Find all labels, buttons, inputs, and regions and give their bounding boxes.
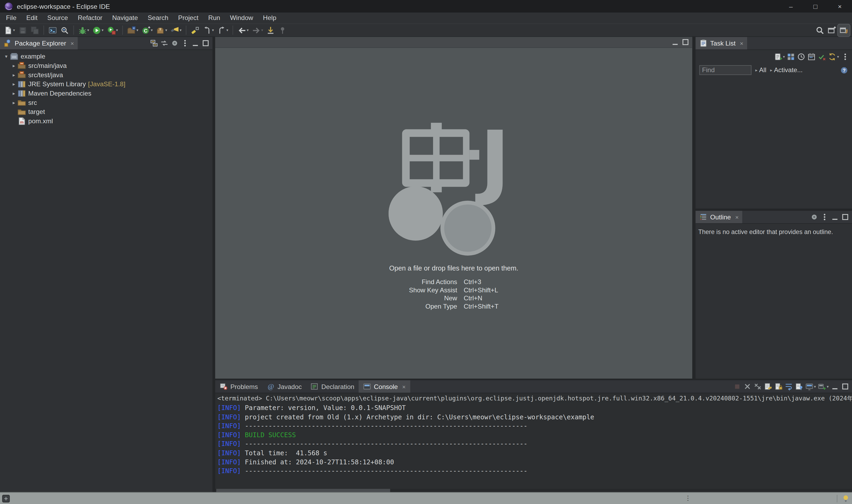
task-scope-all-button[interactable]: ▸ All [755,66,766,74]
maximize-button[interactable] [840,380,850,393]
scrollbar-thumb[interactable] [216,489,390,492]
pin-console-button[interactable] [794,380,804,393]
clear-console-button[interactable] [763,380,773,393]
tree-item-example[interactable]: ▾example [0,52,213,61]
view-menu-button[interactable] [180,37,190,49]
categorized-button[interactable] [786,51,796,62]
pin-editor-button[interactable] [277,24,289,36]
task-find-input[interactable] [699,65,751,75]
close-view-icon[interactable]: × [71,40,74,46]
minimize-button[interactable] [830,211,840,223]
remove-all-terminated-button[interactable] [753,380,763,393]
editor-empty-area[interactable]: J Open a file or drop files here to open… [215,48,692,379]
window-close-button[interactable]: × [828,0,852,13]
open-perspective-button[interactable] [826,24,838,36]
mark-occurrences-button[interactable] [189,24,201,36]
maximize-button[interactable] [680,36,691,48]
scroll-lock-button[interactable] [773,380,784,393]
task-activate-button[interactable]: ▸ Activate... [770,66,803,74]
expand-arrow-icon[interactable]: ▸ [11,81,18,87]
synchronize-button[interactable]: ▾ [827,51,840,62]
remove-launch-button[interactable] [742,380,753,393]
tab-declaration[interactable]: Declaration [306,380,358,393]
collapse-all-button[interactable] [149,37,159,49]
tree-item-target[interactable]: target [0,107,213,116]
notifications-icon[interactable] [841,494,850,503]
console-hscrollbar[interactable] [215,489,852,492]
menu-help[interactable]: Help [258,13,281,23]
minimize-button[interactable] [830,380,840,393]
tab-problems[interactable]: Problems [215,380,262,393]
minimize-button[interactable] [190,37,200,49]
previous-annotation-button[interactable]: ▾ [201,24,215,36]
hide-completed-button[interactable] [817,51,827,62]
expand-arrow-icon[interactable]: ▸ [11,91,18,96]
menu-run[interactable]: Run [203,13,225,23]
new-package-button[interactable]: ▾ [155,24,169,36]
run-button[interactable]: ▾ [91,24,105,36]
new-java-class-button[interactable]: C▾ [140,24,155,36]
help-icon[interactable]: ? [840,66,848,74]
collapse-arrow-icon[interactable]: ▾ [3,54,10,59]
maximize-button[interactable] [200,37,211,49]
status-overflow-icon[interactable]: ⋮ [685,494,691,502]
new-java-project-button[interactable]: ▾ [125,24,140,36]
menu-search[interactable]: Search [143,13,173,23]
tree-item-pom-xml[interactable]: mpom.xml [0,116,213,126]
menu-window[interactable]: Window [225,13,258,23]
tree-item-src[interactable]: ▸src [0,98,213,107]
outline-tab[interactable]: Outline × [695,211,742,223]
restore-trim-icon[interactable] [2,494,11,503]
focus-button[interactable] [809,211,819,223]
view-menu-button[interactable] [819,211,830,223]
save-button[interactable] [17,24,29,36]
menu-project[interactable]: Project [173,13,203,23]
tree-item-src-main-java[interactable]: ▸src/main/java [0,61,213,70]
new-task-button[interactable]: ▾ [773,51,786,62]
open-type-button[interactable] [58,24,70,36]
java-perspective-button[interactable]: J [838,24,850,36]
expand-arrow-icon[interactable]: ▸ [11,100,18,105]
minimize-button[interactable] [670,36,680,48]
focus-button[interactable] [170,37,180,49]
tree-item-maven-dependencies[interactable]: ▸Maven Dependencies [0,89,213,98]
window-minimize-button[interactable]: – [779,0,803,13]
word-wrap-button[interactable] [784,380,794,393]
external-tools-button[interactable]: ▾ [105,24,120,36]
search-button[interactable] [814,24,826,36]
console-output[interactable]: [INFO] Parameter: version, Value: 0.0.1-… [215,402,852,489]
package-explorer-tab[interactable]: Package Explorer × [0,37,78,50]
forward-button[interactable]: ▾ [250,24,265,36]
menu-file[interactable]: File [1,13,21,23]
close-view-icon[interactable]: × [740,40,743,46]
calendar-button[interactable] [807,51,817,62]
save-all-button[interactable] [29,24,40,36]
menu-source[interactable]: Source [42,13,73,23]
tree-item-jre-system-library[interactable]: ▸JRE System Library[JavaSE-1.8] [0,79,213,89]
expand-arrow-icon[interactable]: ▸ [11,63,18,68]
tab-javadoc[interactable]: @Javadoc [262,380,306,393]
task-list-tab[interactable]: Task List × [695,37,747,50]
link-with-editor-button[interactable] [159,37,170,49]
close-view-icon[interactable]: × [735,214,739,220]
open-console-button[interactable]: ▾ [817,380,830,393]
terminate-button[interactable] [732,380,742,393]
window-maximize-button[interactable]: □ [803,0,828,13]
menu-navigate[interactable]: Navigate [107,13,143,23]
view-menu-button[interactable] [840,51,850,62]
next-annotation-button[interactable]: ▾ [215,24,230,36]
display-console-button[interactable]: ▾ [804,380,817,393]
tree-item-src-test-java[interactable]: ▸src/test/java [0,70,213,79]
menu-edit[interactable]: Edit [21,13,42,23]
scheduled-button[interactable] [796,51,807,62]
menu-refactor[interactable]: Refactor [73,13,107,23]
expand-arrow-icon[interactable]: ▸ [11,72,18,77]
close-tab-icon[interactable]: × [402,383,406,390]
debug-button[interactable]: ▾ [76,24,91,36]
search-flashlight-button[interactable]: ▾ [169,24,183,36]
tab-console[interactable]: Console× [359,380,410,393]
last-edit-location-button[interactable] [265,24,277,36]
terminal-button[interactable] [46,24,58,36]
maximize-button[interactable] [840,211,850,223]
new-wizard-button[interactable]: ▾ [2,24,17,36]
